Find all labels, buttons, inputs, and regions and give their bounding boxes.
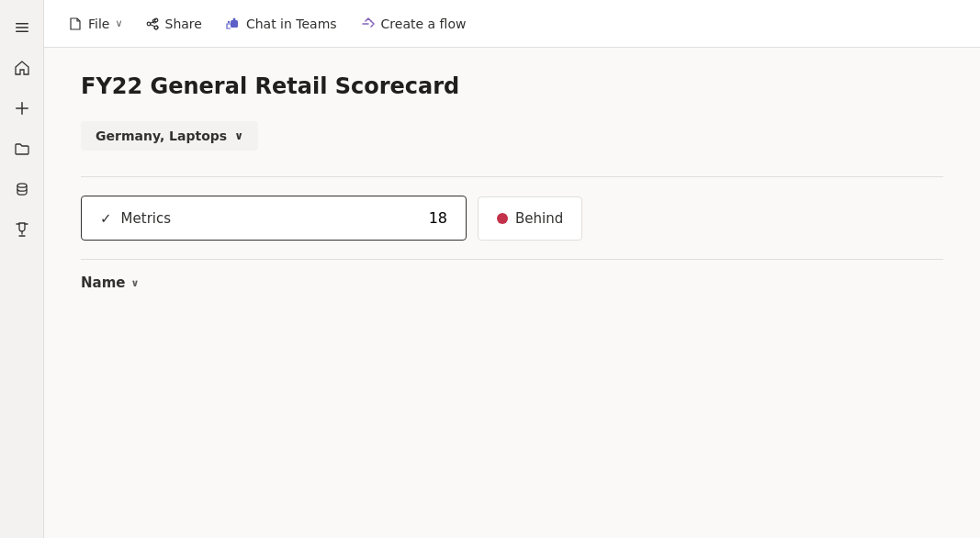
- add-icon[interactable]: [6, 92, 39, 125]
- svg-point-10: [154, 26, 158, 29]
- behind-label: Behind: [515, 210, 563, 227]
- share-label: Share: [165, 17, 202, 31]
- metrics-tab-left: ✓ Metrics: [100, 210, 171, 227]
- svg-rect-0: [16, 23, 28, 25]
- page-title: FY22 General Retail Scorecard: [81, 73, 943, 99]
- page-content: FY22 General Retail Scorecard Germany, L…: [44, 48, 980, 538]
- home-icon[interactable]: [6, 51, 39, 84]
- section-divider: [81, 176, 943, 177]
- svg-point-13: [228, 20, 230, 22]
- filter-dropdown[interactable]: Germany, Laptops ∨: [81, 121, 258, 151]
- share-button[interactable]: Share: [136, 11, 211, 37]
- bottom-divider: [81, 259, 943, 260]
- file-menu[interactable]: File ∨: [59, 11, 132, 37]
- svg-point-12: [232, 17, 235, 20]
- filter-label: Germany, Laptops: [96, 129, 227, 143]
- svg-rect-4: [16, 107, 28, 109]
- create-flow-button[interactable]: Create a flow: [350, 10, 476, 38]
- teams-icon: [224, 16, 241, 32]
- flow-label: Create a flow: [381, 17, 467, 31]
- tab-row: ✓ Metrics 18 Behind: [81, 196, 943, 241]
- svg-point-8: [147, 22, 151, 26]
- main-content: File ∨ Share: [44, 0, 980, 538]
- trophy-icon[interactable]: [6, 213, 39, 246]
- svg-rect-11: [231, 20, 238, 28]
- name-row: Name ∨: [81, 275, 943, 291]
- hamburger-menu-icon[interactable]: [6, 11, 39, 44]
- database-icon[interactable]: [6, 173, 39, 206]
- behind-dot-icon: [497, 213, 508, 224]
- chat-label: Chat in Teams: [246, 17, 337, 31]
- metrics-count: 18: [429, 209, 447, 227]
- toolbar: File ∨ Share: [44, 0, 980, 48]
- file-chevron: ∨: [115, 17, 122, 29]
- file-label: File: [88, 17, 109, 31]
- behind-tab[interactable]: Behind: [478, 196, 582, 241]
- checkmark-icon: ✓: [100, 210, 112, 227]
- name-chevron-icon[interactable]: ∨: [130, 277, 139, 289]
- filter-chevron-icon: ∨: [234, 129, 243, 142]
- folder-icon[interactable]: [6, 132, 39, 165]
- flow-icon: [359, 16, 376, 32]
- svg-point-5: [17, 184, 27, 187]
- sidebar: [0, 0, 44, 538]
- name-column-label: Name: [81, 275, 125, 291]
- share-icon: [145, 17, 160, 31]
- file-icon: [68, 17, 83, 31]
- svg-rect-2: [16, 31, 28, 33]
- metrics-tab[interactable]: ✓ Metrics 18: [81, 196, 467, 241]
- chat-in-teams-button[interactable]: Chat in Teams: [215, 10, 346, 38]
- metrics-label: Metrics: [121, 210, 171, 227]
- svg-rect-1: [16, 27, 28, 28]
